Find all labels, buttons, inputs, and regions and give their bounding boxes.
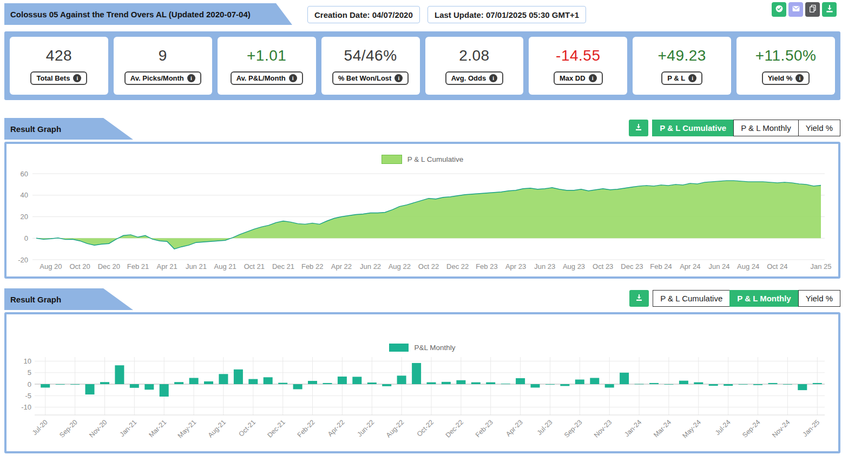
stat-label: Total Betsi	[30, 71, 87, 85]
bar	[204, 381, 213, 384]
stat-label: Avg. Oddsi	[445, 71, 504, 85]
title-banner: Colossus 05 Against the Trend Overs AL (…	[4, 3, 292, 25]
info-icon[interactable]: i	[795, 74, 804, 82]
svg-text:Nov-24: Nov-24	[771, 418, 791, 439]
svg-text:Jul-20: Jul-20	[31, 418, 49, 437]
svg-text:Aug 20: Aug 20	[40, 262, 62, 271]
svg-text:Nov-20: Nov-20	[88, 418, 108, 439]
tab-p-l-cumulative[interactable]: P & L Cumulative	[652, 120, 734, 136]
bar	[174, 382, 183, 384]
bar	[649, 383, 659, 384]
stat-label: % Bet Won/Losti	[332, 71, 409, 85]
bar	[590, 378, 599, 385]
bar	[768, 383, 778, 384]
svg-text:Aug 22: Aug 22	[389, 262, 411, 271]
stat-value: +49.23	[657, 47, 706, 64]
stat-card: -14.55Max DDi	[529, 37, 627, 95]
tab-p-l-monthly[interactable]: P & L Monthly	[733, 120, 799, 136]
svg-text:Dec 23: Dec 23	[621, 262, 643, 271]
bar	[115, 365, 124, 384]
svg-text:Oct 24: Oct 24	[767, 262, 787, 271]
svg-text:Dec-22: Dec-22	[444, 418, 465, 439]
svg-text:Sep-20: Sep-20	[58, 418, 78, 439]
bar	[753, 384, 762, 385]
info-icon[interactable]: i	[489, 74, 497, 82]
svg-text:Dec-21: Dec-21	[266, 418, 286, 439]
bar	[679, 381, 688, 384]
tab-yield-[interactable]: Yield %	[798, 120, 840, 136]
svg-text:May-24: May-24	[681, 418, 702, 439]
bar	[694, 383, 703, 384]
copy-button[interactable]	[805, 2, 820, 17]
bar	[397, 375, 406, 384]
download-chart1-button[interactable]	[629, 120, 648, 136]
stat-value: 428	[46, 47, 72, 64]
info-icon[interactable]: i	[73, 74, 81, 82]
bar	[323, 383, 332, 384]
svg-text:Sep-24: Sep-24	[741, 418, 761, 439]
monthly-chart: 1050-5-10Jul-20Sep-20Nov-20Jan-21Mar-21M…	[6, 354, 834, 450]
info-icon[interactable]: i	[589, 74, 597, 82]
info-icon[interactable]: i	[289, 74, 297, 82]
stat-card: 428Total Betsi	[10, 37, 108, 95]
download-button[interactable]	[822, 2, 837, 17]
bar	[278, 383, 287, 385]
svg-text:Apr 22: Apr 22	[331, 262, 352, 271]
cumulative-chart: 6040200-20Aug 20Oct 20Dec 20Feb 21Apr 21…	[6, 169, 834, 275]
bar	[531, 384, 540, 387]
svg-text:40: 40	[21, 191, 28, 199]
stat-value: 2.08	[459, 47, 490, 64]
svg-text:-10: -10	[21, 403, 31, 411]
svg-text:Oct 23: Oct 23	[593, 262, 613, 271]
bar	[219, 374, 228, 384]
info-icon[interactable]: i	[394, 74, 403, 82]
stat-card: 9Av. Picks/Monthi	[114, 37, 212, 95]
stat-value: -14.55	[556, 47, 600, 64]
svg-text:Apr 21: Apr 21	[157, 262, 177, 271]
bar	[248, 379, 258, 384]
svg-text:5: 5	[28, 368, 31, 377]
bar	[100, 382, 109, 384]
svg-text:Jun 22: Jun 22	[360, 262, 381, 271]
bar	[545, 384, 555, 385]
bar	[412, 363, 421, 384]
bar	[560, 384, 569, 386]
svg-text:Jun 21: Jun 21	[186, 262, 207, 271]
email-button[interactable]	[788, 2, 803, 17]
cumulative-chart-panel: P & L Cumulative 6040200-20Aug 20Oct 20D…	[4, 142, 840, 279]
info-icon[interactable]: i	[688, 74, 696, 82]
bar	[664, 384, 673, 385]
svg-text:Dec 21: Dec 21	[272, 262, 294, 271]
svg-text:May-21: May-21	[176, 418, 198, 439]
last-update-box: Last Update: 07/01/2025 05:30 GMT+1	[428, 6, 586, 23]
svg-text:0: 0	[24, 234, 28, 242]
svg-text:Jun-22: Jun-22	[356, 418, 376, 438]
tab-yield-[interactable]: Yield %	[798, 290, 840, 307]
stat-value: +11.50%	[755, 47, 817, 64]
download-icon	[634, 123, 643, 133]
bar	[338, 377, 347, 384]
stat-card: +11.50%Yield %i	[737, 37, 835, 95]
svg-text:Feb 22: Feb 22	[301, 262, 323, 271]
tab-p-l-monthly[interactable]: P & L Monthly	[729, 290, 798, 307]
stat-label: Av. Picks/Monthi	[124, 71, 201, 85]
stat-card: 2.08Avg. Oddsi	[425, 37, 524, 95]
bar	[234, 370, 243, 384]
download-chart2-button[interactable]	[629, 290, 649, 307]
svg-text:Apr-22: Apr-22	[326, 418, 346, 438]
stat-card: +49.23P & Li	[633, 37, 731, 95]
svg-text:Jul-24: Jul-24	[714, 418, 732, 437]
bar	[41, 384, 50, 387]
svg-text:Apr 24: Apr 24	[680, 262, 700, 271]
svg-text:Nov-23: Nov-23	[593, 418, 613, 439]
check-badge-button[interactable]	[772, 2, 786, 17]
tab-p-l-cumulative[interactable]: P & L Cumulative	[653, 290, 730, 307]
svg-text:Feb 23: Feb 23	[476, 262, 497, 271]
info-icon[interactable]: i	[187, 74, 195, 82]
svg-text:Jul-23: Jul-23	[536, 418, 554, 437]
chart2-legend: P&L Monthly	[6, 344, 838, 352]
svg-text:Feb-22: Feb-22	[296, 418, 317, 439]
bar	[352, 377, 361, 384]
bar	[605, 384, 614, 387]
bar	[620, 373, 629, 384]
